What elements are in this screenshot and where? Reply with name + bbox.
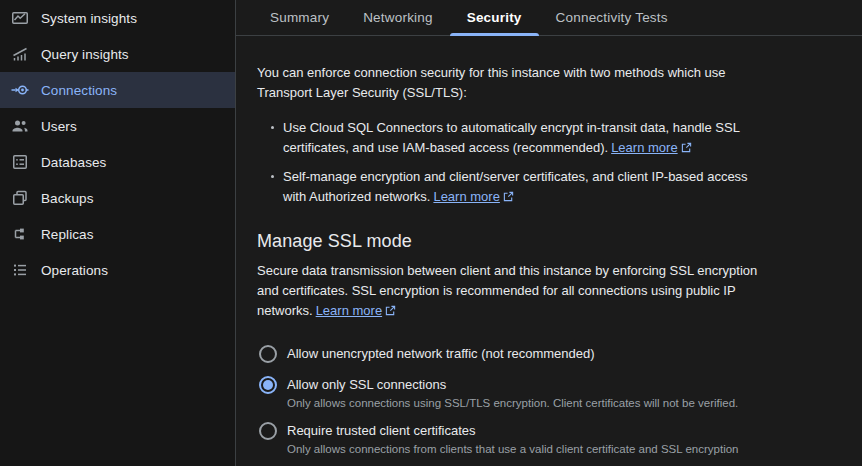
- sidebar-item-label: Databases: [41, 155, 106, 170]
- tab-networking[interactable]: Networking: [346, 0, 450, 35]
- sidebar-item-label: Backups: [41, 191, 93, 206]
- sidebar-item-label: Connections: [41, 83, 117, 98]
- security-tab-content: You can enforce connection security for …: [236, 36, 772, 466]
- security-methods-list: Use Cloud SQL Connectors to automaticall…: [271, 118, 772, 208]
- tab-bar: Summary Networking Security Connectivity…: [236, 0, 862, 36]
- ssl-mode-description: Secure data transmission between client …: [257, 261, 772, 322]
- radio-unselected-icon: [259, 345, 277, 363]
- main-panel: Summary Networking Security Connectivity…: [236, 0, 862, 466]
- tab-summary[interactable]: Summary: [253, 0, 346, 35]
- sidebar-item-system-insights[interactable]: System insights: [0, 0, 235, 36]
- tab-label: Security: [467, 10, 522, 25]
- manage-ssl-mode-heading: Manage SSL mode: [257, 231, 772, 251]
- security-intro-text: You can enforce connection security for …: [257, 63, 772, 103]
- sidebar-item-label: Query insights: [41, 47, 129, 62]
- tab-label: Summary: [270, 10, 329, 25]
- method-text: Self-manage encryption and client/server…: [283, 169, 748, 204]
- sidebar: System insights Query insights: [0, 0, 236, 466]
- tab-connectivity-tests[interactable]: Connectivity Tests: [539, 0, 685, 35]
- sidebar-item-operations[interactable]: Operations: [0, 252, 235, 288]
- radio-option-label: Require trusted client certificates: [287, 423, 476, 438]
- sidebar-item-label: Operations: [41, 263, 108, 278]
- radio-option-description: Only allows connections using SSL/TLS en…: [287, 396, 738, 411]
- sidebar-item-label: Replicas: [41, 227, 94, 242]
- sidebar-item-label: Users: [41, 119, 77, 134]
- sidebar-item-databases[interactable]: Databases: [0, 144, 235, 180]
- query-insights-icon: [11, 45, 29, 63]
- learn-more-link[interactable]: Learn more: [433, 189, 513, 204]
- radio-option-label: Allow only SSL connections: [287, 377, 446, 392]
- radio-option-description: Only allows connections from clients tha…: [287, 442, 739, 457]
- backups-icon: [11, 189, 29, 207]
- sidebar-item-backups[interactable]: Backups: [0, 180, 235, 216]
- users-icon: [11, 117, 29, 135]
- radio-option-require-trusted-certs[interactable]: Require trusted client certificates Only…: [259, 420, 772, 457]
- learn-more-link[interactable]: Learn more: [316, 303, 396, 318]
- radio-selected-icon: [259, 376, 277, 394]
- cloud-sql-instance-page: System insights Query insights: [0, 0, 862, 466]
- sidebar-item-label: System insights: [41, 11, 137, 26]
- sidebar-item-query-insights[interactable]: Query insights: [0, 36, 235, 72]
- external-link-icon: [681, 141, 692, 156]
- learn-more-link[interactable]: Learn more: [611, 140, 691, 155]
- replicas-icon: [11, 225, 29, 243]
- method-item-self-manage: Self-manage encryption and client/server…: [271, 167, 772, 208]
- radio-option-allow-only-ssl[interactable]: Allow only SSL connections Only allows c…: [259, 374, 772, 411]
- external-link-icon: [503, 190, 514, 205]
- sidebar-item-users[interactable]: Users: [0, 108, 235, 144]
- radio-option-allow-unencrypted[interactable]: Allow unencrypted network traffic (not r…: [259, 343, 772, 365]
- ssl-mode-radio-group: Allow unencrypted network traffic (not r…: [259, 343, 772, 457]
- sidebar-item-connections[interactable]: Connections: [0, 72, 235, 108]
- tab-label: Networking: [363, 10, 433, 25]
- system-insights-icon: [11, 9, 29, 27]
- sidebar-item-replicas[interactable]: Replicas: [0, 216, 235, 252]
- databases-icon: [11, 153, 29, 171]
- tab-security[interactable]: Security: [450, 0, 539, 35]
- tab-label: Connectivity Tests: [556, 10, 668, 25]
- external-link-icon: [385, 304, 396, 319]
- radio-option-label: Allow unencrypted network traffic (not r…: [287, 346, 595, 361]
- operations-icon: [11, 261, 29, 279]
- radio-unselected-icon: [259, 422, 277, 440]
- method-item-cloud-sql-connectors: Use Cloud SQL Connectors to automaticall…: [271, 118, 772, 159]
- connections-icon: [11, 81, 29, 99]
